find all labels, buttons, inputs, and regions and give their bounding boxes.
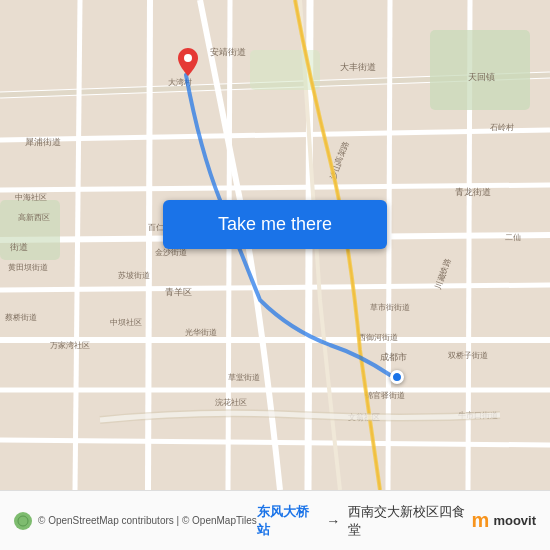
svg-text:苏坡街道: 苏坡街道 bbox=[118, 271, 150, 280]
svg-point-50 bbox=[184, 54, 192, 62]
svg-text:蔡桥街道: 蔡桥街道 bbox=[5, 313, 37, 322]
svg-text:光华街道: 光华街道 bbox=[185, 328, 217, 337]
svg-text:犀浦街道: 犀浦街道 bbox=[25, 137, 61, 147]
svg-text:双桥子街道: 双桥子街道 bbox=[448, 351, 488, 360]
take-me-there-button[interactable]: Take me there bbox=[163, 200, 387, 249]
svg-text:浣花社区: 浣花社区 bbox=[215, 398, 247, 407]
svg-text:草堂街道: 草堂街道 bbox=[228, 373, 260, 382]
svg-text:天回镇: 天回镇 bbox=[468, 72, 495, 82]
moovit-branding: m moovit bbox=[472, 509, 536, 532]
moovit-text: moovit bbox=[493, 513, 536, 528]
osm-icon bbox=[17, 515, 29, 527]
route-info: 东风大桥站 → 西南交大新校区四食堂 bbox=[257, 503, 472, 539]
svg-text:青羊区: 青羊区 bbox=[165, 287, 192, 297]
origin-label: 东风大桥站 bbox=[257, 503, 319, 539]
svg-text:黄田坝街道: 黄田坝街道 bbox=[8, 263, 48, 272]
svg-rect-16 bbox=[430, 30, 530, 110]
svg-point-51 bbox=[18, 516, 28, 526]
map-container: 犀浦街道 安靖街道 大丰街道 天回镇 中海社区 高新西区 黄田坝街道 金沙街道 … bbox=[0, 0, 550, 490]
svg-text:高新西区: 高新西区 bbox=[18, 213, 50, 222]
svg-text:青龙街道: 青龙街道 bbox=[455, 187, 491, 197]
svg-text:万家湾社区: 万家湾社区 bbox=[50, 341, 90, 350]
svg-text:成都市: 成都市 bbox=[380, 352, 407, 362]
take-me-there-label: Take me there bbox=[218, 214, 332, 235]
svg-text:中海社区: 中海社区 bbox=[15, 193, 47, 202]
origin-pin bbox=[178, 48, 198, 76]
svg-text:安靖街道: 安靖街道 bbox=[210, 47, 246, 57]
svg-text:金沙街道: 金沙街道 bbox=[155, 248, 187, 257]
osm-logo bbox=[14, 512, 32, 530]
svg-text:二仙: 二仙 bbox=[505, 233, 521, 242]
svg-rect-17 bbox=[0, 200, 60, 260]
attribution-section: © OpenStreetMap contributors | © OpenMap… bbox=[14, 512, 257, 530]
svg-text:锦官驿街道: 锦官驿街道 bbox=[364, 391, 405, 400]
svg-text:中坝社区: 中坝社区 bbox=[110, 318, 142, 327]
route-arrow: → bbox=[326, 513, 340, 529]
moovit-m-icon: m bbox=[472, 509, 490, 532]
svg-text:大丰街道: 大丰街道 bbox=[340, 62, 376, 72]
svg-text:石岭村: 石岭村 bbox=[490, 123, 514, 132]
svg-text:草市街街道: 草市街街道 bbox=[370, 303, 410, 312]
svg-text:西御河街道: 西御河街道 bbox=[358, 333, 398, 342]
svg-text:街道: 街道 bbox=[10, 242, 28, 252]
destination-dot bbox=[390, 370, 404, 384]
bottom-bar: © OpenStreetMap contributors | © OpenMap… bbox=[0, 490, 550, 550]
attribution-text: © OpenStreetMap contributors | © OpenMap… bbox=[38, 515, 257, 526]
destination-label: 西南交大新校区四食堂 bbox=[348, 503, 471, 539]
